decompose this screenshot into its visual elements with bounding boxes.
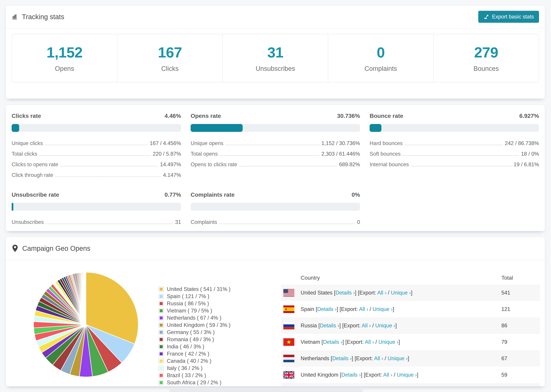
legend-label: Russia ( 86 / 5% ) bbox=[167, 301, 209, 307]
bottom-scrollbar[interactable] bbox=[170, 389, 363, 392]
export-unique-link[interactable]: Unique › bbox=[397, 372, 417, 378]
rate-progress-fill bbox=[12, 124, 19, 132]
rate-stat-value: 0 bbox=[357, 219, 360, 225]
rate-stat-row: Soft bounces 18 / 0% bbox=[370, 148, 539, 159]
rate-stat-row: Complaints 0 bbox=[191, 217, 360, 227]
legend-label: India ( 46 / 3% ) bbox=[167, 343, 204, 350]
summary-stat-label: Bounces bbox=[473, 65, 499, 72]
details-link[interactable]: Details › bbox=[317, 306, 337, 312]
export-all-link[interactable]: All › bbox=[365, 339, 374, 345]
legend-label: United States ( 541 / 31% ) bbox=[167, 286, 231, 292]
flag-gb-icon bbox=[283, 371, 294, 379]
campaign-geo-opens-card: Campaign Geo Opens United States ( 541 /… bbox=[6, 237, 545, 386]
country-name: Russia bbox=[301, 322, 317, 329]
legend-color-swatch bbox=[159, 301, 164, 306]
details-link[interactable]: Details › bbox=[332, 355, 352, 361]
rate-block: Clicks rate 4.46% Unique clicks 167 / 4.… bbox=[12, 112, 181, 180]
rate-block: Complaints rate 0% Complaints 0 bbox=[191, 191, 360, 227]
export-all-link[interactable]: All › bbox=[383, 372, 392, 378]
country-name: Netherlands bbox=[301, 355, 329, 361]
export-unique-link[interactable]: Unique › bbox=[391, 290, 411, 296]
summary-stats-row: 1,152 Opens 167 Clicks 31 Unsubscribes 0… bbox=[12, 34, 539, 83]
geo-body: United States ( 541 / 31% ) Spain ( 121 … bbox=[6, 260, 545, 386]
dotted-leader bbox=[405, 145, 503, 145]
flag-ru-icon bbox=[283, 322, 294, 329]
legend-color-swatch bbox=[159, 358, 164, 364]
details-link[interactable]: Details › bbox=[323, 339, 342, 345]
rate-stat-label: Opens to clicks rate bbox=[191, 161, 237, 168]
rate-stat-row: Click through rate 4.147% bbox=[12, 169, 181, 180]
rate-stat-value: 14.497% bbox=[160, 161, 181, 168]
geo-pie-chart[interactable] bbox=[31, 270, 141, 379]
geo-title: Campaign Geo Opens bbox=[12, 245, 90, 252]
table-header-row: Country Total bbox=[281, 271, 540, 285]
rate-stat-value: 689.82% bbox=[339, 161, 360, 168]
flag-us-icon bbox=[283, 289, 294, 297]
summary-stat-value: 279 bbox=[474, 44, 498, 61]
rate-stat-value: 19 / 6.81% bbox=[514, 161, 539, 168]
column-header-country: Country bbox=[281, 275, 501, 281]
rate-title: Clicks rate bbox=[12, 112, 41, 119]
rate-stat-row: Unique opens 1,152 / 30.736% bbox=[191, 138, 360, 148]
export-all-link[interactable]: All › bbox=[377, 290, 386, 296]
rate-stat-value: 242 / 86.738% bbox=[505, 140, 539, 147]
rate-stat-label: Unique clicks bbox=[12, 140, 43, 147]
legend-item: United Kingdom ( 59 / 3% ) bbox=[159, 322, 231, 329]
flag-ru-icon bbox=[281, 322, 301, 329]
rate-stat-value: 18 / 0% bbox=[521, 151, 539, 157]
export-all-link[interactable]: All › bbox=[362, 322, 371, 329]
country-total: 59 bbox=[501, 372, 540, 378]
rate-stat-row: Total clicks 220 / 5.87% bbox=[12, 148, 181, 159]
rate-progress-bar bbox=[191, 124, 360, 132]
legend-color-swatch bbox=[159, 351, 164, 357]
legend-color-swatch bbox=[159, 308, 164, 313]
legend-item: Spain ( 121 / 7% ) bbox=[159, 293, 231, 300]
rate-progress-bar bbox=[370, 124, 539, 132]
flag-vn-icon bbox=[281, 338, 301, 346]
legend-color-swatch bbox=[159, 322, 164, 328]
dotted-leader bbox=[55, 176, 161, 177]
country-total: 541 bbox=[501, 290, 540, 296]
geo-country-table: Country Total United States [Details ›] … bbox=[281, 271, 540, 386]
export-unique-link[interactable]: Unique › bbox=[373, 306, 393, 312]
dotted-leader bbox=[60, 166, 158, 166]
export-basic-stats-button[interactable]: Export basic stats bbox=[478, 11, 539, 23]
rate-value: 0% bbox=[352, 191, 360, 198]
rate-stat-label: Hard bounces bbox=[370, 140, 403, 147]
summary-stat-cell: 167 Clicks bbox=[117, 34, 222, 82]
rate-block: Unsubscribe rate 0.77% Unsubscribes 31 bbox=[12, 191, 181, 227]
legend-item: United States ( 541 / 31% ) bbox=[159, 286, 231, 293]
summary-stat-value: 1,152 bbox=[47, 44, 83, 61]
geo-section-title: Campaign Geo Opens bbox=[22, 245, 90, 252]
dotted-leader bbox=[225, 145, 319, 145]
details-link[interactable]: Details › bbox=[320, 322, 339, 329]
details-link[interactable]: Details › bbox=[341, 372, 361, 378]
export-unique-link[interactable]: Unique › bbox=[375, 322, 395, 329]
summary-stat-label: Unsubscribes bbox=[256, 65, 295, 72]
dotted-leader bbox=[239, 166, 337, 166]
rate-title: Bounce rate bbox=[370, 112, 403, 119]
export-all-link[interactable]: All › bbox=[374, 355, 383, 361]
legend-label: Spain ( 121 / 7% ) bbox=[167, 293, 209, 300]
flag-es-icon bbox=[281, 305, 301, 313]
details-link[interactable]: Details › bbox=[335, 290, 355, 296]
dotted-leader bbox=[403, 155, 519, 156]
summary-stat-cell: 279 Bounces bbox=[433, 34, 539, 82]
legend-item: Germany ( 55 / 3% ) bbox=[159, 329, 231, 336]
rate-block: Opens rate 30.736% Unique opens 1,152 / … bbox=[191, 112, 360, 180]
rate-value: 30.736% bbox=[337, 112, 360, 119]
export-unique-link[interactable]: Unique › bbox=[378, 339, 398, 345]
export-all-link[interactable]: All › bbox=[359, 306, 368, 312]
rate-stat-label: Unique opens bbox=[191, 140, 223, 147]
rate-progress-fill bbox=[370, 124, 381, 132]
dotted-leader bbox=[219, 224, 355, 224]
legend-item: Brazil ( 33 / 2% ) bbox=[159, 372, 231, 379]
rate-stat-value: 220 / 5.87% bbox=[153, 151, 181, 157]
country-table-row: Germany [Details ›] [Export: All › / Uni… bbox=[281, 383, 540, 386]
export-unique-link[interactable]: Unique › bbox=[388, 355, 408, 361]
legend-color-swatch bbox=[159, 315, 164, 321]
rate-progress-fill bbox=[12, 203, 13, 211]
rate-progress-bar bbox=[12, 124, 181, 132]
legend-color-swatch bbox=[159, 373, 164, 378]
legend-color-swatch bbox=[159, 344, 164, 349]
